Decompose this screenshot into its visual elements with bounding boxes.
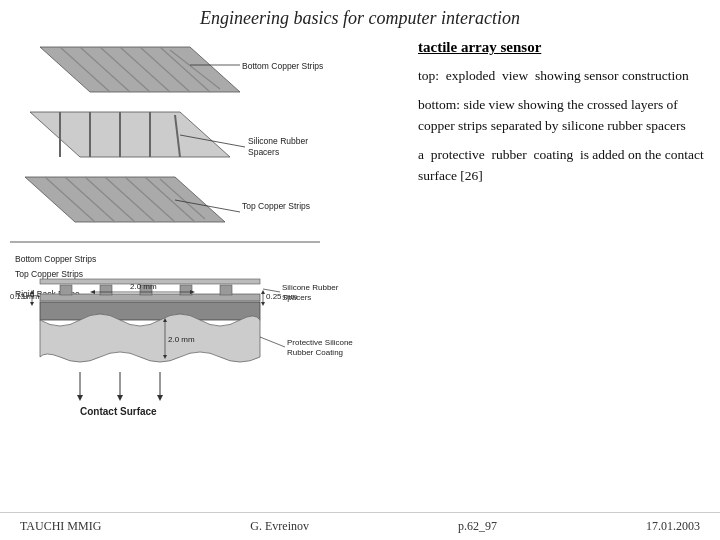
- label-rubber-coating: Rubber Coating: [287, 348, 343, 357]
- footer-page: p.62_97: [458, 519, 497, 534]
- svg-marker-31: [261, 302, 265, 306]
- rigid-back-plane-rect: [40, 302, 260, 320]
- bottom-copper-strips-group: [40, 47, 240, 92]
- footer-date: 17.01.2003: [646, 519, 700, 534]
- text-area: tactile array sensor top: exploded view …: [410, 33, 720, 505]
- svg-line-45: [260, 337, 285, 347]
- label-bottom-copper-top: Bottom Copper Strips: [242, 61, 323, 71]
- silicone-spacers-group: [30, 112, 230, 157]
- label-silicone-side-2: Spacers: [282, 293, 311, 302]
- main-content: Bottom Copper Strips Silicone Rubber Spa…: [0, 33, 720, 505]
- spacer2: [100, 285, 112, 295]
- label-top-copper: Top Copper Strips: [242, 201, 310, 211]
- svg-marker-34: [30, 302, 34, 306]
- svg-marker-42: [117, 395, 123, 401]
- section-title: tactile array sensor: [418, 39, 704, 56]
- label-top-copper-2: Top Copper Strips: [15, 269, 83, 279]
- dim-2mm-2: 2.0 mm: [168, 335, 195, 344]
- label-protective: Protective Silicone: [287, 338, 353, 347]
- svg-marker-0: [40, 47, 240, 92]
- page-title: Engineering basics for computer interact…: [0, 0, 720, 33]
- label-bottom-copper-bottom: Bottom Copper Strips: [15, 254, 96, 264]
- spacer1: [60, 285, 72, 295]
- svg-marker-27: [90, 290, 95, 294]
- label-contact-surface: Contact Surface: [80, 406, 157, 417]
- svg-marker-40: [77, 395, 83, 401]
- dim-013mm: 0.13 mm: [10, 292, 39, 301]
- diagram-area: Bottom Copper Strips Silicone Rubber Spa…: [0, 33, 410, 505]
- footer-left: TAUCHI MMIG: [20, 519, 101, 534]
- spacer5: [220, 285, 232, 295]
- diagram-svg: Bottom Copper Strips Silicone Rubber Spa…: [10, 37, 410, 507]
- footer: TAUCHI MMIG G. Evreinov p.62_97 17.01.20…: [0, 512, 720, 540]
- top-copper-strips-group: [25, 177, 225, 222]
- desc-paragraph-1: top: exploded view showing sensor constr…: [418, 66, 704, 87]
- svg-marker-44: [157, 395, 163, 401]
- label-silicone-spacers: Silicone Rubber: [248, 136, 308, 146]
- label-silicone-spacers-2: Spacers: [248, 147, 279, 157]
- svg-marker-28: [190, 290, 195, 294]
- svg-marker-16: [25, 177, 225, 222]
- rubber-coating: [40, 314, 260, 362]
- svg-marker-30: [261, 290, 265, 294]
- dim-2mm: 2.0 mm: [130, 282, 157, 291]
- footer-center: G. Evreinov: [250, 519, 309, 534]
- label-silicone-side: Silicone Rubber: [282, 283, 339, 292]
- desc-paragraph-2: bottom: side view showing the crossed la…: [418, 95, 704, 137]
- desc-paragraph-3: a protective rubber coating is added on …: [418, 145, 704, 187]
- page-container: Engineering basics for computer interact…: [0, 0, 720, 540]
- description-text: top: exploded view showing sensor constr…: [418, 66, 704, 187]
